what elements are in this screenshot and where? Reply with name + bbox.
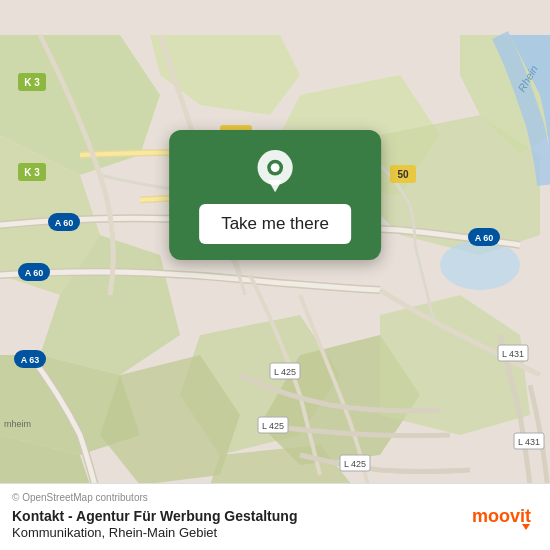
svg-point-48 bbox=[271, 163, 280, 172]
copyright-text: © OpenStreetMap contributors bbox=[12, 492, 458, 503]
svg-text:K 3: K 3 bbox=[24, 77, 40, 88]
svg-text:A 60: A 60 bbox=[475, 233, 494, 243]
bottom-bar-content: © OpenStreetMap contributors Kontakt - A… bbox=[12, 492, 458, 540]
bottom-bar: © OpenStreetMap contributors Kontakt - A… bbox=[0, 483, 550, 550]
location-subtitle: Kommunikation, Rhein-Main Gebiet bbox=[12, 525, 458, 540]
location-title: Kontakt - Agentur Für Werbung Gestaltung bbox=[12, 507, 458, 525]
svg-text:L 425: L 425 bbox=[262, 421, 284, 431]
svg-text:moovit: moovit bbox=[472, 506, 531, 526]
svg-text:K 3: K 3 bbox=[24, 167, 40, 178]
map-container: K 3 K 3 B 40 B 40 50 A 60 A 60 A 60 A 63… bbox=[0, 0, 550, 550]
svg-marker-51 bbox=[522, 524, 530, 530]
svg-point-15 bbox=[440, 240, 520, 290]
svg-text:A 63: A 63 bbox=[21, 355, 40, 365]
svg-text:mheim: mheim bbox=[4, 419, 31, 429]
svg-marker-49 bbox=[268, 180, 282, 192]
map-background: K 3 K 3 B 40 B 40 50 A 60 A 60 A 60 A 63… bbox=[0, 0, 550, 550]
moovit-logo: moovit bbox=[470, 502, 538, 530]
svg-text:L 425: L 425 bbox=[274, 367, 296, 377]
svg-text:50: 50 bbox=[397, 169, 409, 180]
svg-text:L 431: L 431 bbox=[518, 437, 540, 447]
take-me-there-button[interactable]: Take me there bbox=[199, 204, 351, 244]
svg-text:L 431: L 431 bbox=[502, 349, 524, 359]
svg-text:A 60: A 60 bbox=[55, 218, 74, 228]
popup-card: Take me there bbox=[169, 130, 381, 260]
location-pin-icon bbox=[253, 150, 297, 194]
svg-text:L 425: L 425 bbox=[344, 459, 366, 469]
svg-text:A 60: A 60 bbox=[25, 268, 44, 278]
